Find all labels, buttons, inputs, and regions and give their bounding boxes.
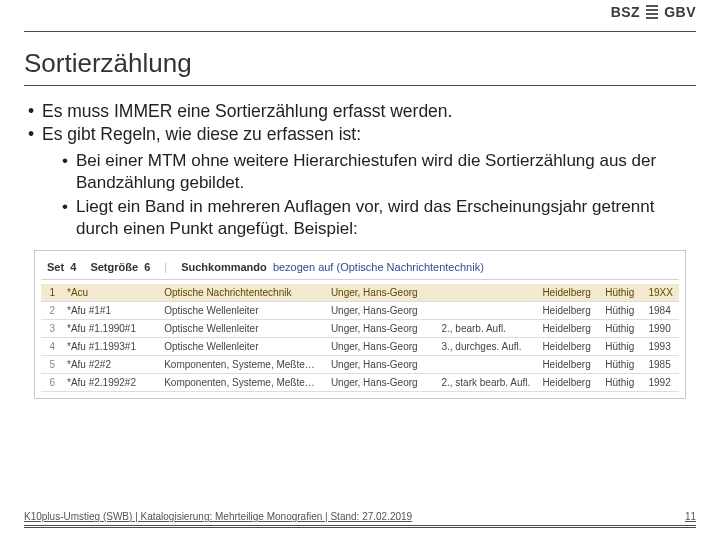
bullet-2: Es gibt Regeln, wie diese zu erfassen is…	[42, 123, 696, 146]
footer-rule	[24, 525, 696, 528]
cell-place: Heidelberg	[536, 373, 599, 391]
cell-n: 4	[41, 337, 61, 355]
table-row[interactable]: 4*Afu #1.1993#1Optische WellenleiterUnge…	[41, 337, 679, 355]
cell-author: Unger, Hans-Georg	[325, 319, 436, 337]
cell-code: *Afu #1.1990#1	[61, 319, 158, 337]
footer: K10plus-Umstieg (SWB) | Katalogisierung:…	[24, 511, 696, 522]
table-row[interactable]: 1*AcuOptische NachrichtentechnikUnger, H…	[41, 284, 679, 302]
cell-code: *Afu #1.1993#1	[61, 337, 158, 355]
cell-place: Heidelberg	[536, 337, 599, 355]
cell-ed: 3., durchges. Aufl.	[435, 337, 536, 355]
table-row[interactable]: 5*Afu #2#2Komponenten, Systeme, Meßte…Un…	[41, 355, 679, 373]
cell-author: Unger, Hans-Georg	[325, 373, 436, 391]
screenshot-header: Set 4 Setgröße 6 | Suchkommando bezogen …	[41, 257, 679, 280]
cell-code: *Afu #1#1	[61, 301, 158, 319]
subbullet-1: Bei einer MTM ohne weitere Hierarchiestu…	[76, 150, 696, 194]
cmd-label: Suchkommando	[181, 261, 267, 273]
cell-author: Unger, Hans-Georg	[325, 284, 436, 302]
cell-yr: 1992	[642, 373, 679, 391]
cmd-value: bezogen auf (Optische Nachrichtentechnik…	[273, 261, 484, 273]
cell-title: Komponenten, Systeme, Meßte…	[158, 355, 325, 373]
size-value: 6	[144, 261, 150, 273]
screenshot-panel: Set 4 Setgröße 6 | Suchkommando bezogen …	[34, 250, 686, 399]
cell-code: *Acu	[61, 284, 158, 302]
cell-place: Heidelberg	[536, 319, 599, 337]
cell-pub: Hüthig	[599, 337, 642, 355]
cell-place: Heidelberg	[536, 355, 599, 373]
cell-place: Heidelberg	[536, 284, 599, 302]
cell-yr: 19XX	[642, 284, 679, 302]
cell-pub: Hüthig	[599, 355, 642, 373]
body-text: Es muss IMMER eine Sortierzählung erfass…	[24, 100, 696, 240]
cell-title: Komponenten, Systeme, Meßte…	[158, 373, 325, 391]
cell-author: Unger, Hans-Georg	[325, 355, 436, 373]
cell-yr: 1990	[642, 319, 679, 337]
page-title: Sortierzählung	[24, 48, 696, 86]
cell-pub: Hüthig	[599, 319, 642, 337]
cell-n: 5	[41, 355, 61, 373]
set-value: 4	[70, 261, 76, 273]
cell-yr: 1993	[642, 337, 679, 355]
cell-yr: 1985	[642, 355, 679, 373]
cell-n: 6	[41, 373, 61, 391]
brand-logo: BSZ GBV	[611, 4, 696, 20]
cell-ed: 2., bearb. Aufl.	[435, 319, 536, 337]
cell-pub: Hüthig	[599, 284, 642, 302]
cell-n: 2	[41, 301, 61, 319]
cell-pub: Hüthig	[599, 373, 642, 391]
cell-n: 3	[41, 319, 61, 337]
cell-pub: Hüthig	[599, 301, 642, 319]
brand-gbv: GBV	[664, 4, 696, 20]
footer-text: K10plus-Umstieg (SWB) | Katalogisierung:…	[24, 511, 412, 522]
cell-title: Optische Wellenleiter	[158, 337, 325, 355]
cell-code: *Afu #2#2	[61, 355, 158, 373]
cell-title: Optische Wellenleiter	[158, 301, 325, 319]
cell-title: Optische Wellenleiter	[158, 319, 325, 337]
result-table: 1*AcuOptische NachrichtentechnikUnger, H…	[41, 284, 679, 392]
subbullet-2: Liegt ein Band in mehreren Auflagen vor,…	[76, 196, 696, 240]
size-label: Setgröße	[90, 261, 138, 273]
cell-code: *Afu #2.1992#2	[61, 373, 158, 391]
cell-title: Optische Nachrichtentechnik	[158, 284, 325, 302]
table-row[interactable]: 6*Afu #2.1992#2Komponenten, Systeme, Meß…	[41, 373, 679, 391]
brand-bsz: BSZ	[611, 4, 641, 20]
table-row[interactable]: 2*Afu #1#1Optische WellenleiterUnger, Ha…	[41, 301, 679, 319]
cell-author: Unger, Hans-Georg	[325, 301, 436, 319]
page-number: 11	[685, 511, 696, 522]
cell-ed: 2., stark bearb. Aufl.	[435, 373, 536, 391]
cell-author: Unger, Hans-Georg	[325, 337, 436, 355]
header-rule: BSZ GBV	[24, 12, 696, 32]
table-row[interactable]: 3*Afu #1.1990#1Optische WellenleiterUnge…	[41, 319, 679, 337]
set-label: Set	[47, 261, 64, 273]
cell-place: Heidelberg	[536, 301, 599, 319]
cell-n: 1	[41, 284, 61, 302]
cell-ed	[435, 355, 536, 373]
cell-ed	[435, 284, 536, 302]
cell-yr: 1984	[642, 301, 679, 319]
brand-separator-icon	[646, 5, 658, 19]
cell-ed	[435, 301, 536, 319]
bullet-1: Es muss IMMER eine Sortierzählung erfass…	[42, 100, 696, 123]
